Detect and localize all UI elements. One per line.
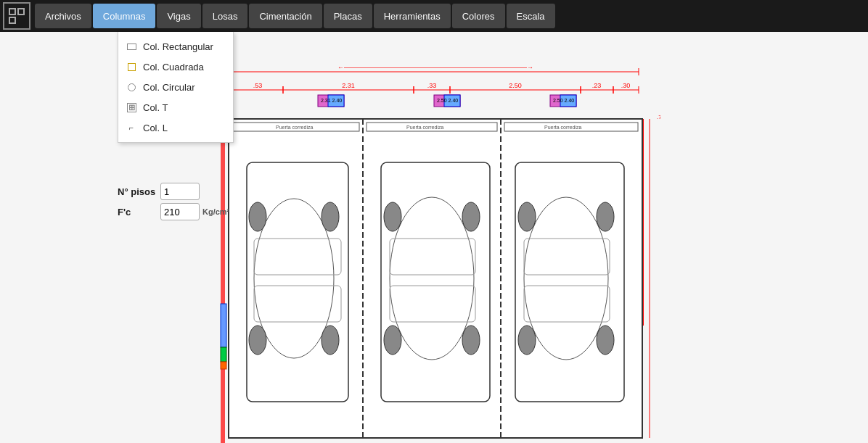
- top-navigation: Archivos Columnas Vigas Losas Cimentació…: [0, 0, 868, 32]
- nav-vigas[interactable]: Vigas: [157, 4, 200, 28]
- fc-field-group: F'c Kg/cm²: [118, 203, 229, 220]
- col-l-label: Col. L: [143, 123, 168, 133]
- svg-point-55: [249, 326, 266, 355]
- nav-losas[interactable]: Losas: [202, 4, 248, 28]
- pisos-field-group: N° pisos: [118, 183, 229, 200]
- svg-point-64: [462, 326, 480, 355]
- svg-text:Puerta corrediza: Puerta corrediza: [406, 125, 443, 130]
- main-area: ←————————————————————————————→ .53 2.31 …: [0, 32, 868, 443]
- svg-text:.71: .71: [657, 114, 660, 120]
- svg-text:.30: .30: [621, 82, 631, 89]
- fc-label: F'c: [118, 207, 157, 218]
- nav-herramientas[interactable]: Herramientas: [374, 4, 451, 28]
- pisos-input[interactable]: [160, 183, 200, 200]
- svg-point-61: [384, 202, 401, 231]
- svg-rect-0: [9, 9, 15, 15]
- col-rectangular-item[interactable]: Col. Rectangular: [118, 36, 233, 57]
- col-l-item[interactable]: ⌐ Col. L: [118, 117, 233, 138]
- svg-rect-42: [229, 119, 642, 438]
- svg-rect-40: [221, 119, 225, 443]
- col-cuadrada-label: Col. Cuadrada: [143, 62, 204, 73]
- svg-text:.33: .33: [427, 82, 437, 89]
- svg-text:2.31: 2.31: [342, 82, 355, 89]
- svg-text:2.50 2.40: 2.50 2.40: [437, 98, 458, 103]
- svg-point-71: [518, 326, 536, 355]
- floor-plan-drawing: ←————————————————————————————→ .53 2.31 …: [210, 50, 660, 443]
- svg-text:Puerta corrediza: Puerta corrediza: [544, 125, 581, 130]
- svg-text:2.50: 2.50: [509, 82, 522, 89]
- svg-point-62: [462, 202, 480, 231]
- nav-columnas[interactable]: Columnas: [93, 4, 156, 28]
- svg-rect-77: [221, 362, 226, 369]
- svg-text:Puerta corrediza: Puerta corrediza: [276, 125, 313, 130]
- square-icon: [126, 61, 137, 73]
- svg-point-69: [518, 202, 536, 231]
- svg-rect-75: [221, 304, 226, 347]
- nav-colores[interactable]: Colores: [452, 4, 505, 28]
- col-rectangular-label: Col. Rectangular: [143, 41, 213, 52]
- col-cuadrada-item[interactable]: Col. Cuadrada: [118, 57, 233, 77]
- nav-escala[interactable]: Escala: [507, 4, 555, 28]
- t-shape-icon: ⊞: [126, 102, 137, 113]
- col-t-item[interactable]: ⊞ Col. T: [118, 97, 233, 117]
- svg-point-56: [322, 326, 339, 355]
- pisos-label: N° pisos: [118, 186, 157, 197]
- input-fields: N° pisos F'c Kg/cm²: [118, 183, 229, 220]
- circle-icon: [126, 81, 137, 93]
- fc-input[interactable]: [160, 203, 200, 220]
- svg-point-54: [322, 202, 339, 231]
- col-t-label: Col. T: [143, 102, 168, 113]
- nav-archivos[interactable]: Archivos: [35, 4, 91, 28]
- svg-text:.53: .53: [253, 82, 263, 89]
- columnas-dropdown: Col. Rectangular Col. Cuadrada Col. Circ…: [118, 32, 234, 143]
- svg-text:2.50 2.40: 2.50 2.40: [553, 98, 574, 103]
- col-circular-label: Col. Circular: [143, 82, 195, 93]
- svg-text:←————————————————————————————→: ←————————————————————————————→: [337, 64, 533, 71]
- svg-rect-1: [9, 17, 15, 23]
- rect-icon: [126, 41, 137, 52]
- fc-unit: Kg/cm²: [202, 207, 229, 216]
- svg-text:2.31 2.40: 2.31 2.40: [321, 98, 342, 103]
- nav-placas[interactable]: Placas: [324, 4, 372, 28]
- svg-point-63: [384, 326, 401, 355]
- svg-rect-2: [18, 9, 24, 15]
- l-shape-icon: ⌐: [126, 122, 137, 133]
- nav-cimentacion[interactable]: Cimentación: [249, 4, 322, 28]
- col-circular-item[interactable]: Col. Circular: [118, 77, 233, 97]
- svg-point-53: [249, 202, 266, 231]
- app-logo: [3, 2, 30, 30]
- svg-point-72: [597, 326, 614, 355]
- svg-point-70: [597, 202, 614, 231]
- svg-rect-76: [221, 347, 226, 362]
- svg-text:.23: .23: [592, 82, 602, 89]
